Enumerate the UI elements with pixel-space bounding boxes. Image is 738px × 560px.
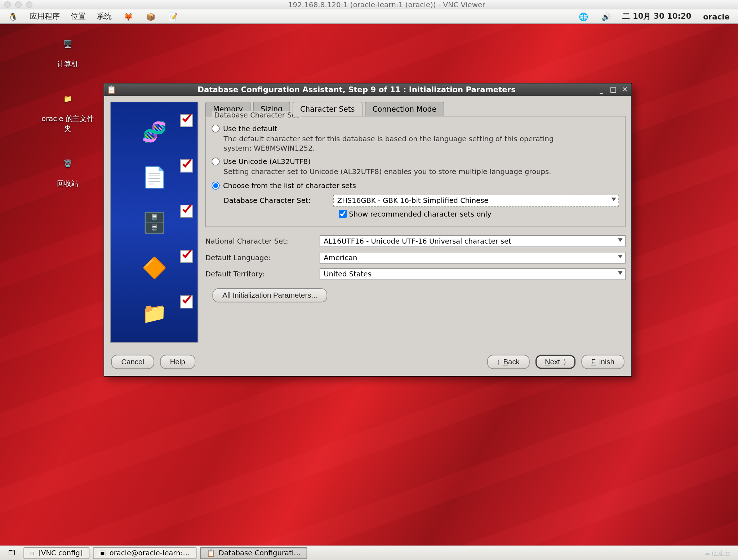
- watermark: ☁亿速云: [704, 549, 734, 557]
- national-charset-label: National Character Set:: [205, 237, 311, 245]
- vnc-titlebar: 192.168.8.120:1 (oracle-learn:1 (oracle)…: [0, 0, 738, 9]
- next-button[interactable]: Next⟩: [535, 355, 575, 369]
- checkbox-show-recommended[interactable]: [339, 210, 347, 218]
- default-language-value: American: [324, 253, 357, 262]
- tab-connection-mode[interactable]: Connection Mode: [365, 102, 444, 116]
- check-icon: [180, 295, 193, 308]
- radio-use-unicode[interactable]: [212, 158, 219, 166]
- taskbar-item-terminal[interactable]: ▣oracle@oracle-learn:…: [93, 547, 196, 559]
- radio-choose-list[interactable]: [212, 181, 219, 189]
- dialog-title: Database Configuration Assistant, Step 9…: [119, 85, 593, 94]
- distro-logo-icon[interactable]: 🐧: [3, 9, 24, 23]
- desktop-label: 计算机: [57, 59, 78, 70]
- maximize-button[interactable]: □: [609, 85, 617, 94]
- chevron-down-icon: [618, 238, 623, 242]
- default-desc: The default character set for this datab…: [224, 134, 565, 153]
- default-territory-select[interactable]: United States: [320, 268, 626, 280]
- db-charset-select[interactable]: ZHS16GBK - GBK 16-bit Simplified Chinese: [333, 195, 619, 206]
- terminal-icon: ▣: [99, 549, 106, 557]
- default-territory-value: United States: [324, 270, 372, 278]
- sidebar-step-icon: 📁: [119, 295, 190, 330]
- desktop: 🖥️ 计算机 📁 oracle 的主文件夹 🗑️ 回收站 📋 Database …: [0, 24, 738, 546]
- check-icon: [180, 160, 193, 173]
- desktop-icon-trash[interactable]: 🗑️ 回收站: [41, 150, 94, 189]
- default-territory-label: Default Territory:: [205, 270, 311, 278]
- chevron-down-icon: [618, 271, 623, 275]
- show-desktop-icon[interactable]: 🗔: [4, 548, 20, 558]
- finish-button[interactable]: Finish: [581, 355, 624, 369]
- chevron-right-icon: ⟩: [564, 358, 566, 366]
- places-menu[interactable]: 位置: [66, 10, 91, 23]
- macos-zoom-icon[interactable]: [26, 1, 32, 8]
- dialog-title-icon: 📋: [107, 85, 116, 94]
- dbca-dialog: 📋 Database Configuration Assistant, Step…: [103, 83, 632, 377]
- all-init-params-button[interactable]: All Initialization Parameters...: [213, 288, 328, 302]
- clock[interactable]: 二 10月 30 10:20: [618, 10, 696, 23]
- chevron-down-icon: [612, 197, 616, 201]
- db-charset-fieldset: Database Character Set Use the default T…: [205, 116, 626, 227]
- vnc-window-title: 192.168.8.120:1 (oracle-learn:1 (oracle)…: [40, 0, 734, 9]
- close-button[interactable]: ✕: [621, 85, 629, 94]
- desktop-icon-computer[interactable]: 🖥️ 计算机: [41, 30, 94, 69]
- volume-icon[interactable]: 🔊: [595, 9, 617, 23]
- window-traffic-lights: [4, 1, 32, 8]
- radio-use-unicode-label[interactable]: Use Unicode (AL32UTF8): [223, 158, 311, 166]
- wizard-sidebar-image: 🧬 📄 🗄️ 🔶 📁: [110, 102, 198, 343]
- taskbar-item-vncconfig[interactable]: ▫[VNC config]: [23, 547, 89, 559]
- back-button[interactable]: ⟨Back: [487, 355, 529, 369]
- macos-minimize-icon[interactable]: [15, 1, 22, 8]
- help-button[interactable]: Help: [160, 355, 195, 369]
- applications-menu[interactable]: 应用程序: [25, 10, 65, 23]
- firefox-launcher-icon[interactable]: 🦊: [118, 9, 139, 23]
- cancel-button[interactable]: Cancel: [111, 355, 154, 369]
- window-icon: ▫: [30, 549, 35, 557]
- default-language-label: Default Language:: [205, 253, 311, 262]
- sidebar-step-icon: 📄: [119, 160, 190, 195]
- dbca-icon: 📋: [206, 549, 215, 557]
- radio-choose-list-label[interactable]: Choose from the list of character sets: [223, 182, 356, 190]
- gnome-taskbar: 🗔 ▫[VNC config] ▣oracle@oracle-learn:… 📋…: [0, 546, 738, 560]
- national-charset-select[interactable]: AL16UTF16 - Unicode UTF-16 Universal cha…: [320, 235, 626, 247]
- check-icon: [180, 250, 193, 263]
- default-language-select[interactable]: American: [320, 252, 626, 263]
- db-charset-label: Database Character Set:: [224, 196, 327, 205]
- national-charset-value: AL16UTF16 - Unicode UTF-16 Universal cha…: [324, 237, 511, 245]
- package-launcher-icon[interactable]: 📦: [140, 9, 161, 23]
- desktop-label: 回收站: [57, 179, 78, 189]
- desktop-icon-home[interactable]: 📁 oracle 的主文件夹: [41, 85, 94, 134]
- radio-use-default-label[interactable]: Use the default: [223, 125, 277, 133]
- checkbox-show-recommended-label[interactable]: Show recommended character sets only: [349, 210, 491, 218]
- radio-use-default[interactable]: [212, 125, 219, 133]
- dialog-titlebar[interactable]: 📋 Database Configuration Assistant, Step…: [104, 84, 631, 96]
- macos-close-icon[interactable]: [4, 1, 11, 8]
- sidebar-step-icon: 🧬: [119, 114, 190, 150]
- system-menu[interactable]: 系统: [92, 10, 117, 23]
- network-status-icon[interactable]: 🌐: [573, 9, 594, 23]
- tab-character-sets[interactable]: Character Sets: [293, 102, 363, 116]
- unicode-desc: Setting character set to Unicode (AL32UT…: [224, 167, 565, 177]
- db-charset-value: ZHS16GBK - GBK 16-bit Simplified Chinese: [337, 196, 489, 205]
- minimize-button[interactable]: _: [597, 85, 605, 94]
- desktop-label: oracle 的主文件夹: [41, 114, 94, 134]
- gnome-menubar: 🐧 应用程序 位置 系统 🦊 📦 📝 🌐 🔊 二 10月 30 10:20 or…: [0, 9, 738, 24]
- sidebar-step-icon: 🔶: [119, 250, 190, 285]
- fieldset-legend: Database Character Set: [212, 111, 301, 120]
- dialog-footer: Cancel Help ⟨Back Next⟩ Finish: [104, 349, 631, 376]
- notes-launcher-icon[interactable]: 📝: [163, 9, 184, 23]
- sidebar-step-icon: 🗄️: [119, 205, 190, 240]
- check-icon: [180, 114, 193, 127]
- user-menu[interactable]: oracle: [697, 12, 735, 21]
- check-icon: [180, 205, 193, 218]
- chevron-down-icon: [618, 254, 623, 258]
- taskbar-item-dbca[interactable]: 📋Database Configurati…: [200, 547, 307, 559]
- chevron-left-icon: ⟨: [497, 358, 500, 366]
